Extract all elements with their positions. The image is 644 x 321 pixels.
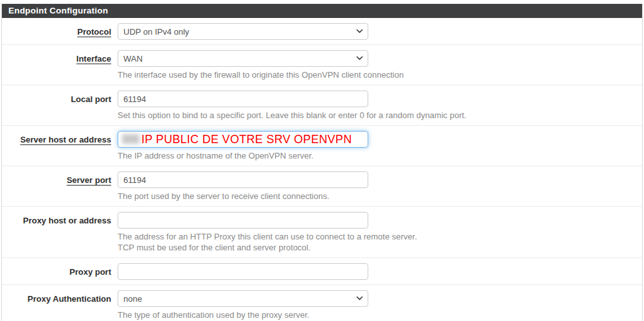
field-label: Server host or address [2,131,111,144]
field-control: The address for an HTTP Proxy this clien… [111,212,642,253]
proxy-host-input[interactable] [118,212,368,229]
endpoint-configuration-panel: Endpoint Configuration Protocol UDP on I… [1,4,643,321]
select-wrap: UDP on IPv4 only [118,23,368,40]
field-control: IP PUBLIC DE VOTRE SRV OPENVPN The IP ad… [111,131,642,161]
field-label: Protocol [2,23,111,37]
field-help: The IP address or hostname of the OpenVP… [118,150,642,161]
field-label: Local port [2,91,111,104]
field-label: Server port [2,171,111,185]
panel-body: Protocol UDP on IPv4 only Interface WAN [2,18,642,321]
field-label: Proxy Authentication [2,290,111,304]
field-label: Interface [2,50,111,64]
field-help: The address for an HTTP Proxy this clien… [118,231,642,253]
select-wrap: WAN [118,50,368,67]
field-help: Set this option to bind to a specific po… [118,110,642,121]
protocol-select[interactable]: UDP on IPv4 only [118,23,368,40]
input-wrap [118,263,368,280]
field-control: WAN The interface used by the firewall t… [111,50,642,80]
field-row-proxy-host: Proxy host or address The address for an… [2,207,642,258]
field-row-interface: Interface WAN The interface used by the … [2,45,642,85]
select-wrap: none [118,290,368,307]
field-row-server-host: Server host or address IP PUBLIC DE VOTR… [2,126,642,166]
input-wrap [118,91,368,107]
input-wrap: IP PUBLIC DE VOTRE SRV OPENVPN [118,131,368,148]
input-wrap [118,171,368,188]
field-help: The type of authentication used by the p… [118,309,642,320]
field-row-proxy-port: Proxy port [2,258,642,285]
field-help: The port used by the server to receive c… [118,191,642,202]
field-control: none The type of authentication used by … [111,290,642,320]
field-label: Proxy port [2,263,111,277]
field-row-local-port: Local port Set this option to bind to a … [2,85,642,126]
field-control: The port used by the server to receive c… [111,171,642,202]
field-row-server-port: Server port The port used by the server … [2,166,642,207]
field-help: The interface used by the firewall to or… [118,69,642,80]
proxy-auth-select[interactable]: none [118,290,368,307]
panel-title: Endpoint Configuration [2,4,642,18]
local-port-input[interactable] [118,91,368,107]
input-wrap [118,212,368,229]
server-host-input[interactable] [118,131,368,148]
proxy-port-input[interactable] [118,263,368,280]
field-control: UDP on IPv4 only [111,23,642,40]
field-control [111,263,642,280]
field-control: Set this option to bind to a specific po… [111,91,642,121]
field-label: Proxy host or address [2,212,111,225]
field-row-proxy-auth: Proxy Authentication none The type of au… [2,285,642,321]
field-row-protocol: Protocol UDP on IPv4 only [2,18,642,45]
interface-select[interactable]: WAN [118,50,368,67]
server-port-input[interactable] [118,171,368,188]
